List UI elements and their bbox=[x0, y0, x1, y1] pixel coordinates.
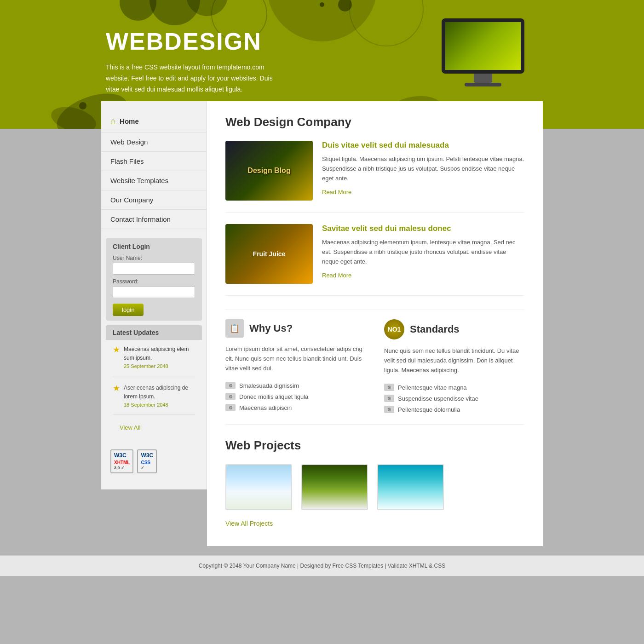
why-bullet-2: ⚙ bbox=[225, 393, 236, 400]
std-feature-1: ⚙ Pellentesque vitae magna bbox=[384, 382, 524, 393]
why-us-col: 📋 Why Us? Lorem ipsum dolor sit amet, co… bbox=[225, 319, 366, 415]
main-section-title: Web Design Company bbox=[225, 115, 524, 129]
main-content: Web Design Company Duis vitae velit sed … bbox=[207, 101, 543, 546]
standards-icon: NO1 bbox=[384, 319, 404, 339]
blog-thumb-2 bbox=[225, 224, 313, 284]
sidebar-item-contactinfo[interactable]: Contact Information bbox=[101, 210, 207, 229]
project-thumb-3[interactable] bbox=[377, 464, 444, 510]
blog-post-title-1[interactable]: Duis vitae velit sed dui malesuada bbox=[322, 141, 524, 150]
update-text-1: Maecenas adipiscing elem sum ipsum. bbox=[124, 346, 189, 361]
view-all-projects-link[interactable]: View All Projects bbox=[225, 520, 273, 527]
project-thumb-1[interactable] bbox=[225, 464, 292, 510]
sidebar-item-ourcompany[interactable]: Our Company bbox=[101, 190, 207, 210]
blog-thumb-img-2 bbox=[225, 224, 313, 284]
project-img-1 bbox=[226, 465, 291, 509]
why-feature-2: ⚙ Donec mollis aliquet ligula bbox=[225, 391, 366, 402]
blog-post-2: Savitae velit sed dui malesu donec Maece… bbox=[225, 224, 524, 296]
update-star-1: ★ bbox=[113, 345, 120, 355]
header-title: WEBDESIGN bbox=[106, 28, 644, 55]
footer: Copyright © 2048 Your Company Name | Des… bbox=[0, 555, 644, 576]
sidebar-item-flashfiles[interactable]: Flash Files bbox=[101, 152, 207, 171]
blog-info-1: Duis vitae velit sed dui malesuada Sliqu… bbox=[322, 141, 524, 201]
why-bullet-3: ⚙ bbox=[225, 404, 236, 411]
footer-text: Copyright © 2048 Your Company Name | Des… bbox=[199, 563, 445, 569]
header-title-bold: WEB bbox=[106, 28, 164, 55]
update-date-2: 18 September 2048 bbox=[124, 402, 195, 408]
header-description: This is a free CSS website layout from t… bbox=[106, 62, 281, 95]
blog-excerpt-1: Sliquet ligula. Maecenas adipiscing um i… bbox=[322, 155, 524, 183]
project-img-3 bbox=[378, 465, 443, 509]
why-feature-3: ⚙ Maecenas adipiscin bbox=[225, 402, 366, 413]
blog-thumb-1 bbox=[225, 141, 313, 201]
latest-updates-box: Latest Updates ★ Maecenas adipiscing ele… bbox=[106, 325, 202, 438]
client-login-title: Client Login bbox=[113, 243, 195, 250]
update-date-1: 25 September 2048 bbox=[124, 363, 195, 369]
standards-col: NO1 Standards Nunc quis sem nec tellus b… bbox=[384, 319, 524, 415]
client-login-box: Client Login User Name: Password: login bbox=[106, 238, 202, 321]
read-more-2[interactable]: Read More bbox=[322, 272, 351, 279]
project-img-2 bbox=[302, 465, 367, 509]
latest-updates-title: Latest Updates bbox=[106, 325, 202, 340]
blog-thumb-img-1 bbox=[225, 141, 313, 201]
blog-info-2: Savitae velit sed dui malesu donec Maece… bbox=[322, 224, 524, 284]
sidebar-item-home[interactable]: ⌂ Home bbox=[101, 110, 207, 132]
blog-post-title-2[interactable]: Savitae velit sed dui malesu donec bbox=[322, 224, 524, 233]
why-us-title: 📋 Why Us? bbox=[225, 319, 366, 338]
read-more-1[interactable]: Read More bbox=[322, 189, 351, 196]
blog-post-1: Duis vitae velit sed dui malesuada Sliqu… bbox=[225, 141, 524, 213]
w3c-xhtml-badge: W3C XHTML 3.0 ✓ bbox=[110, 449, 133, 473]
why-us-features: ⚙ Smalesuada dignissim ⚙ Donec mollis al… bbox=[225, 380, 366, 413]
updates-content: ★ Maecenas adipiscing elem sum ipsum. 25… bbox=[106, 340, 202, 438]
web-projects-title: Web Projects bbox=[225, 438, 524, 453]
web-projects-section: Web Projects View All Projects bbox=[225, 438, 524, 528]
home-icon: ⌂ bbox=[110, 116, 116, 126]
view-all-link[interactable]: View All bbox=[113, 422, 195, 433]
std-feature-3: ⚙ Pellentesque dolornulla bbox=[384, 404, 524, 415]
nav-menu: ⌂ Home Web Design Flash Files Website Te… bbox=[101, 101, 207, 234]
update-text-2: Aser ecenas adipiscing de lorem ipsum. bbox=[124, 385, 188, 400]
password-input[interactable] bbox=[113, 286, 195, 298]
why-us-text: Lorem ipsum dolor sit amet, consectetuer… bbox=[225, 345, 366, 373]
blog-posts: Duis vitae velit sed dui malesuada Sliqu… bbox=[225, 141, 524, 296]
why-bullet-1: ⚙ bbox=[225, 382, 236, 389]
std-bullet-3: ⚙ bbox=[384, 406, 394, 413]
username-input[interactable] bbox=[113, 263, 195, 275]
why-icon: 📋 bbox=[225, 319, 244, 338]
main-wrapper: ⌂ Home Web Design Flash Files Website Te… bbox=[101, 101, 543, 546]
password-label: Password: bbox=[113, 278, 195, 285]
update-item-2: ★ Aser ecenas adipiscing de lorem ipsum.… bbox=[113, 383, 195, 415]
update-star-2: ★ bbox=[113, 383, 120, 393]
why-feature-1: ⚙ Smalesuada dignissim bbox=[225, 380, 366, 391]
project-thumb-2[interactable] bbox=[301, 464, 368, 510]
std-bullet-2: ⚙ bbox=[384, 395, 394, 402]
blog-excerpt-2: Maecenas adipiscing elementum ipsum. len… bbox=[322, 238, 524, 266]
login-button[interactable]: login bbox=[113, 304, 144, 316]
standards-title: NO1 Standards bbox=[384, 319, 524, 339]
sidebar: ⌂ Home Web Design Flash Files Website Te… bbox=[101, 101, 207, 489]
w3c-css-badge: W3C CSS ✓ bbox=[137, 449, 157, 473]
standards-features: ⚙ Pellentesque vitae magna ⚙ Suspendisse… bbox=[384, 382, 524, 415]
header-title-light: DESIGN bbox=[164, 28, 261, 55]
update-item-1: ★ Maecenas adipiscing elem sum ipsum. 25… bbox=[113, 345, 195, 376]
username-label: User Name: bbox=[113, 255, 195, 261]
two-col-section: 📋 Why Us? Lorem ipsum dolor sit amet, co… bbox=[225, 310, 524, 425]
standards-text: Nunc quis sem nec tellus blandit tincidu… bbox=[384, 346, 524, 375]
std-feature-2: ⚙ Suspendisse uspendisse vitae bbox=[384, 393, 524, 404]
std-bullet-1: ⚙ bbox=[384, 384, 394, 391]
sidebar-item-webdesign[interactable]: Web Design bbox=[101, 132, 207, 152]
sidebar-item-websitetemplates[interactable]: Website Templates bbox=[101, 171, 207, 190]
projects-grid bbox=[225, 464, 524, 510]
w3c-badges: W3C XHTML 3.0 ✓ W3C CSS ✓ bbox=[101, 443, 207, 480]
